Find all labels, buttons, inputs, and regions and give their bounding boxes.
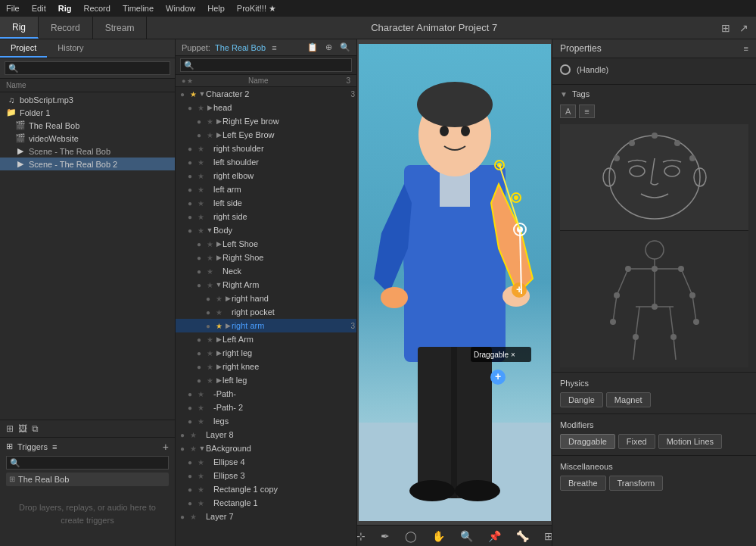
- star-toggle[interactable]: ★: [188, 513, 198, 521]
- star-toggle[interactable]: ★: [204, 267, 215, 276]
- menu-file[interactable]: File: [6, 4, 20, 13]
- menu-prokit[interactable]: ProKit!!! ★: [237, 4, 276, 14]
- file-item-folder1[interactable]: 📁 Folder 1: [0, 106, 175, 119]
- eye-toggle[interactable]: ●: [194, 363, 204, 371]
- eye-toggle[interactable]: ●: [194, 254, 204, 262]
- layer-row[interactable]: ● ★ ▼ Character 2 3: [176, 87, 356, 101]
- magnet-button[interactable]: Magnet: [606, 392, 651, 407]
- star-toggle[interactable]: ★: [204, 117, 215, 126]
- eye-toggle[interactable]: ●: [194, 240, 204, 248]
- expand-arrow[interactable]: ▼: [198, 90, 206, 98]
- layer-row-active[interactable]: ● ★ ▶ right arm 3: [176, 319, 356, 332]
- eye-toggle[interactable]: ●: [185, 458, 195, 466]
- layer-add-icon[interactable]: 📋: [307, 42, 318, 52]
- layer-more-icon[interactable]: 🔍: [340, 42, 350, 52]
- file-item-bobscript[interactable]: ♫ bobScript.mp3: [0, 94, 175, 106]
- eye-toggle[interactable]: ●: [203, 322, 213, 330]
- tag-a-button[interactable]: A: [560, 105, 576, 118]
- layer-row[interactable]: ● ★ ▶ left leg: [176, 373, 356, 387]
- layer-row[interactable]: ● ★ Layer 7: [176, 510, 356, 523]
- star-toggle[interactable]: ★: [195, 199, 206, 207]
- eye-toggle[interactable]: ●: [177, 90, 188, 98]
- pen-tool[interactable]: ✒: [378, 529, 393, 544]
- layer-row[interactable]: ● ★ left shoulder: [176, 155, 356, 169]
- dangle-button[interactable]: Dangle: [560, 392, 603, 407]
- star-toggle[interactable]: ★: [188, 445, 198, 453]
- star-toggle[interactable]: ★: [195, 213, 206, 221]
- star-toggle[interactable]: ★: [195, 499, 206, 507]
- eye-toggle[interactable]: ●: [185, 213, 195, 221]
- eye-toggle[interactable]: ●: [185, 145, 195, 153]
- eye-toggle[interactable]: ●: [194, 267, 204, 276]
- file-item-scene2[interactable]: ▶ Scene - The Real Bob 2: [0, 158, 175, 170]
- layer-row[interactable]: ● ★ ▶ Right Shoe: [176, 251, 356, 264]
- eye-toggle[interactable]: ●: [194, 281, 204, 289]
- star-toggle[interactable]: ★: [204, 349, 215, 357]
- tab-stream[interactable]: Stream: [93, 17, 148, 39]
- layer-row[interactable]: ● ★ -Path-: [176, 387, 356, 401]
- menu-edit[interactable]: Edit: [32, 4, 46, 13]
- file-item-scene1[interactable]: ▶ Scene - The Real Bob: [0, 145, 175, 158]
- breathe-button[interactable]: Breathe: [560, 476, 606, 491]
- star-toggle[interactable]: ★: [204, 240, 215, 248]
- menu-rig[interactable]: Rig: [58, 4, 72, 13]
- star-toggle[interactable]: ★: [195, 158, 206, 167]
- star-toggle[interactable]: ★: [204, 254, 215, 262]
- shape-tool[interactable]: ◯: [402, 529, 420, 544]
- layer-row[interactable]: ● ★ ▼ Right Arm: [176, 278, 356, 292]
- eye-toggle[interactable]: ●: [185, 390, 195, 398]
- star-toggle[interactable]: ★: [188, 431, 198, 439]
- eye-toggle[interactable]: ●: [177, 513, 188, 521]
- layer-row[interactable]: ● ★ ▼ BAckground: [176, 441, 356, 455]
- eye-toggle[interactable]: ●: [185, 485, 195, 494]
- layer-row[interactable]: ● ★ Ellipse 4: [176, 455, 356, 469]
- layer-row[interactable]: ● ★ ▶ Left Arm: [176, 332, 356, 346]
- eye-toggle[interactable]: ●: [185, 104, 195, 112]
- star-toggle[interactable]: ★: [195, 390, 206, 398]
- tab-rig[interactable]: Rig: [0, 17, 39, 39]
- star-toggle[interactable]: ★: [195, 458, 206, 466]
- star-toggle[interactable]: ★: [213, 295, 224, 303]
- properties-menu-icon[interactable]: ≡: [744, 44, 748, 53]
- eye-toggle[interactable]: ●: [203, 308, 213, 317]
- eye-toggle[interactable]: ●: [185, 172, 195, 180]
- layer-row[interactable]: ● ★ ▼ Body: [176, 223, 356, 237]
- star-toggle[interactable]: ★: [195, 417, 206, 426]
- motion-lines-button[interactable]: Motion Lines: [658, 434, 722, 449]
- eye-toggle[interactable]: ●: [203, 295, 213, 303]
- tab-project[interactable]: Project: [0, 39, 47, 58]
- eye-toggle[interactable]: ●: [194, 117, 204, 126]
- eye-toggle[interactable]: ●: [194, 131, 204, 139]
- expand-arrow[interactable]: ▶: [215, 363, 222, 370]
- expand-arrow[interactable]: ▶: [215, 131, 222, 139]
- star-toggle[interactable]: ★: [195, 404, 206, 412]
- layer-row[interactable]: ● ★ Rectangle 1: [176, 496, 356, 510]
- puppet-name[interactable]: The Real Bob: [215, 43, 266, 52]
- star-toggle[interactable]: ★: [195, 172, 206, 180]
- draggable-button[interactable]: Draggable: [560, 434, 615, 449]
- export-icon[interactable]: ↗: [739, 22, 748, 34]
- layer-row[interactable]: ● ★ ▶ head: [176, 101, 356, 114]
- triggers-menu-icon[interactable]: ≡: [52, 442, 57, 451]
- layer-row[interactable]: ● ★ ▶ Left Shoe: [176, 237, 356, 251]
- star-toggle[interactable]: ★: [195, 485, 206, 494]
- hand-tool[interactable]: ✋: [429, 529, 448, 544]
- eye-toggle[interactable]: ●: [185, 199, 195, 207]
- expand-arrow[interactable]: ▶: [215, 254, 222, 261]
- layer-row[interactable]: ● ★ ▶ right hand: [176, 292, 356, 305]
- star-toggle[interactable]: ★: [213, 322, 224, 330]
- eye-toggle[interactable]: ●: [185, 226, 195, 235]
- expand-arrow[interactable]: ▼: [198, 445, 206, 452]
- bone-tool[interactable]: 🦴: [513, 529, 532, 544]
- layer-row[interactable]: ● ★ ▶ right leg: [176, 346, 356, 360]
- expand-arrow[interactable]: ▶: [215, 376, 222, 384]
- share-icon[interactable]: ⊞: [721, 22, 730, 34]
- layer-row[interactable]: ● ★ right side: [176, 210, 356, 223]
- expand-arrow[interactable]: ▶: [224, 322, 232, 329]
- layer-settings-icon[interactable]: ⊕: [325, 42, 332, 52]
- layer-row[interactable]: ● ★ Layer 8: [176, 428, 356, 441]
- star-toggle[interactable]: ★: [204, 335, 215, 344]
- layer-row[interactable]: ● ★ Ellipse 3: [176, 469, 356, 482]
- tags-collapse-arrow[interactable]: ▼: [560, 90, 568, 98]
- expand-arrow[interactable]: ▶: [215, 240, 222, 248]
